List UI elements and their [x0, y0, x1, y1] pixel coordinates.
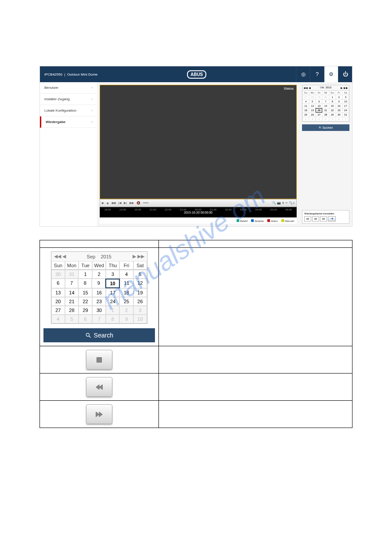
mini-calendar[interactable]: ◀◀ ◀ Okt 2015 ▶ ▶▶ SoMoDiMiDoFrSa 272829…: [302, 85, 349, 122]
calendar-day[interactable]: 21: [322, 108, 329, 112]
calendar-day[interactable]: 4: [119, 270, 133, 279]
calendar-day[interactable]: 15: [79, 288, 92, 297]
calendar-day[interactable]: 9: [92, 279, 105, 288]
sidebar-item-benutzer[interactable]: Benutzer ›: [40, 82, 97, 94]
calendar-day[interactable]: 27: [316, 112, 322, 117]
timeline[interactable]: 18:00 19:00 20:00 21:00 22:00 23:00 00:0…: [100, 207, 297, 218]
video-viewport[interactable]: Status: [100, 85, 297, 199]
calendar-day[interactable]: 1: [79, 270, 92, 279]
calendar-day[interactable]: 6: [51, 279, 65, 288]
calendar-day[interactable]: 18: [119, 288, 133, 297]
calendar-day[interactable]: 28: [309, 95, 316, 99]
sidebar-item-wiedergabe[interactable]: Wiedergabe ›: [40, 116, 97, 128]
cal-prev-icon[interactable]: ◀◀ ◀: [303, 86, 311, 89]
calendar-day[interactable]: 2: [119, 306, 133, 315]
help-icon[interactable]: ?: [310, 66, 324, 82]
calendar-day[interactable]: 14: [65, 288, 79, 297]
sec-input[interactable]: [320, 216, 327, 221]
calendar-day[interactable]: 21: [65, 297, 79, 306]
big-search-button[interactable]: Search: [43, 328, 155, 342]
calendar-day[interactable]: 4: [302, 99, 309, 104]
go-button[interactable]: ➔: [328, 216, 336, 221]
volume-slider[interactable]: ━━━: [143, 201, 148, 205]
calendar-day[interactable]: 1: [106, 306, 119, 315]
cal-prev-icon[interactable]: ◀◀ ◀: [54, 254, 66, 259]
calendar-day[interactable]: 8: [106, 315, 119, 323]
stop-button[interactable]: [86, 350, 112, 370]
calendar-day[interactable]: 22: [79, 297, 92, 306]
calendar-day[interactable]: 20: [51, 297, 65, 306]
calendar-day[interactable]: 7: [322, 99, 329, 104]
calendar-day[interactable]: 17: [106, 288, 119, 297]
step-back-icon[interactable]: |◀: [118, 201, 121, 205]
calendar-day[interactable]: 30: [336, 112, 342, 117]
fastfwd-icon[interactable]: ▶▶: [129, 201, 134, 205]
calendar-day[interactable]: 26: [133, 297, 147, 306]
calendar-day[interactable]: 4: [322, 117, 329, 121]
calendar-day[interactable]: 2: [309, 117, 316, 121]
fastforward-button[interactable]: [86, 404, 112, 424]
calendar-day[interactable]: 7: [92, 315, 106, 323]
rewind-icon[interactable]: ◀◀: [111, 201, 115, 205]
calendar-day[interactable]: 19: [309, 108, 316, 112]
settings-icon[interactable]: ⚙: [324, 66, 338, 82]
calendar-day[interactable]: 18: [302, 108, 309, 112]
calendar-day[interactable]: 24: [342, 108, 349, 112]
calendar-day[interactable]: 22: [329, 108, 336, 112]
big-calendar[interactable]: ◀◀ ◀ Sep 2015 ▶ ▶▶ SunMonTueWedThuFriSat…: [51, 251, 147, 324]
calendar-day[interactable]: 28: [65, 306, 79, 315]
calendar-day[interactable]: 7: [65, 279, 79, 288]
hour-input[interactable]: [304, 216, 311, 221]
calendar-day[interactable]: 23: [336, 108, 342, 112]
calendar-day[interactable]: 9: [336, 99, 342, 104]
calendar-day[interactable]: 13: [316, 104, 322, 108]
calendar-day[interactable]: 10: [105, 279, 120, 288]
calendar-day[interactable]: 12: [133, 279, 147, 288]
min-input[interactable]: [312, 216, 319, 221]
mute-icon[interactable]: 🔇: [137, 201, 140, 205]
calendar-day[interactable]: 12: [309, 104, 316, 108]
calendar-day[interactable]: 1: [329, 95, 336, 99]
calendar-day[interactable]: 14: [322, 104, 329, 108]
live-icon[interactable]: ◎: [296, 66, 310, 82]
rewind-button[interactable]: [86, 377, 112, 397]
calendar-day[interactable]: 5: [329, 117, 336, 121]
play-icon[interactable]: ▶: [102, 201, 104, 205]
cal-next-icon[interactable]: ▶ ▶▶: [133, 254, 144, 259]
calendar-day[interactable]: 6: [79, 315, 92, 323]
calendar-day[interactable]: 3: [106, 270, 119, 279]
calendar-day[interactable]: 29: [329, 112, 336, 117]
calendar-day[interactable]: 17: [342, 104, 349, 108]
stop-icon[interactable]: ■: [107, 202, 108, 205]
calendar-day[interactable]: 4: [51, 315, 65, 323]
right-tools[interactable]: 🔍 📷 ⬇ ✂ 🔍±: [272, 201, 295, 205]
calendar-day[interactable]: 11: [302, 104, 309, 108]
calendar-day[interactable]: 10: [342, 99, 349, 104]
cal-next-icon[interactable]: ▶ ▶▶: [341, 86, 348, 89]
calendar-day[interactable]: 1: [302, 117, 309, 121]
calendar-day[interactable]: 13: [51, 288, 65, 297]
calendar-day[interactable]: 30: [51, 270, 65, 279]
calendar-day[interactable]: 2: [336, 95, 342, 99]
calendar-day[interactable]: 20: [316, 108, 322, 112]
calendar-day[interactable]: 30: [322, 95, 329, 99]
calendar-day[interactable]: 5: [309, 99, 316, 104]
sidebar-item-lokale[interactable]: Lokale Konfiguration ›: [40, 105, 97, 116]
calendar-day[interactable]: 16: [336, 104, 342, 108]
calendar-day[interactable]: 30: [92, 306, 106, 315]
calendar-day[interactable]: 8: [78, 279, 92, 288]
calendar-day[interactable]: 5: [65, 315, 79, 323]
calendar-day[interactable]: 31: [342, 112, 349, 117]
calendar-day[interactable]: 31: [65, 270, 79, 279]
calendar-day[interactable]: 27: [51, 306, 65, 315]
calendar-day[interactable]: 9: [119, 315, 133, 323]
calendar-day[interactable]: 2: [92, 270, 106, 279]
calendar-day[interactable]: 29: [316, 95, 322, 99]
calendar-day[interactable]: 25: [119, 297, 133, 306]
step-fwd-icon[interactable]: ▶|: [124, 201, 127, 205]
calendar-day[interactable]: 25: [302, 112, 309, 117]
calendar-day[interactable]: 5: [133, 270, 147, 279]
calendar-day[interactable]: 6: [336, 117, 342, 121]
calendar-day[interactable]: 8: [329, 99, 336, 104]
calendar-day[interactable]: 11: [120, 279, 133, 288]
